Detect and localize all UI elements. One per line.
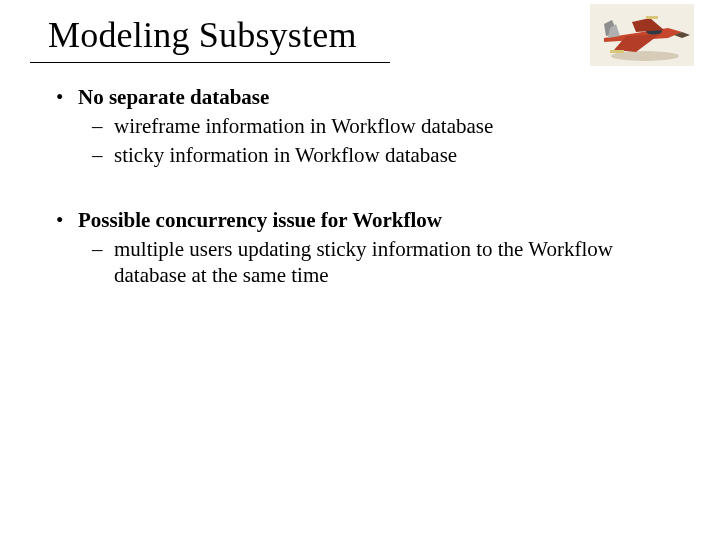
bullet-text: Possible concurrency issue for Workflow xyxy=(78,207,664,234)
svg-rect-10 xyxy=(646,16,658,19)
slide: Modeling Subsystem • No s xyxy=(0,0,720,540)
bullet-text: multiple users updating sticky informati… xyxy=(114,236,664,290)
slide-title: Modeling Subsystem xyxy=(48,14,357,56)
bullet-dot-icon: • xyxy=(56,207,78,234)
aircraft-logo-icon xyxy=(590,4,694,66)
bullet-level2: – multiple users updating sticky informa… xyxy=(92,236,664,290)
bullet-dash-icon: – xyxy=(92,142,114,169)
bullet-level1: • No separate database xyxy=(56,84,664,111)
bullet-level2: – wireframe information in Workflow data… xyxy=(92,113,664,140)
bullet-dash-icon: – xyxy=(92,113,114,140)
bullet-level1: • Possible concurrency issue for Workflo… xyxy=(56,207,664,234)
svg-rect-9 xyxy=(610,50,624,53)
title-underline xyxy=(30,62,390,63)
bullet-text: sticky information in Workflow database xyxy=(114,142,664,169)
bullet-text: No separate database xyxy=(78,84,664,111)
content-area: • No separate database – wireframe infor… xyxy=(56,80,664,289)
bullet-text: wireframe information in Workflow databa… xyxy=(114,113,664,140)
bullet-dot-icon: • xyxy=(56,84,78,111)
spacer xyxy=(56,169,664,203)
bullet-level2: – sticky information in Workflow databas… xyxy=(92,142,664,169)
bullet-dash-icon: – xyxy=(92,236,114,290)
